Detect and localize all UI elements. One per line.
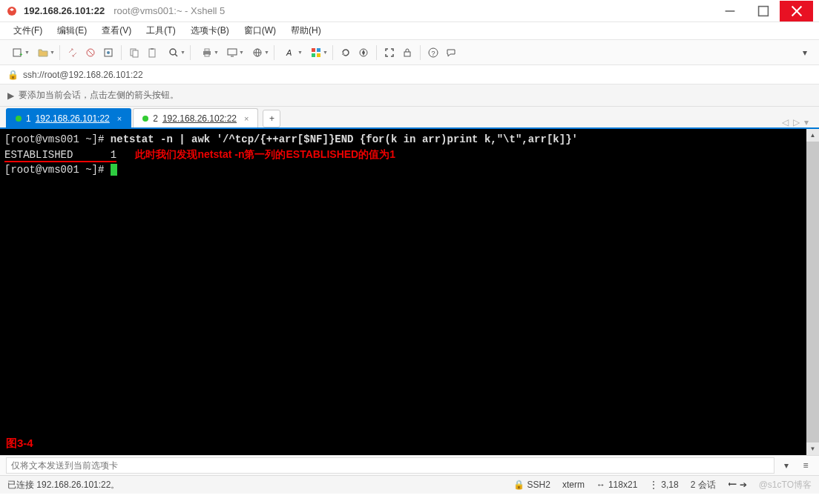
copy-button[interactable] — [126, 44, 142, 61]
terminal-area: [root@vms001 ~]# netstat -n | awk '/^tcp… — [0, 129, 819, 455]
tabbar: 1 192.168.26.101:22 × 2 192.168.26.102:2… — [0, 107, 819, 129]
globe-button[interactable]: ▼ — [246, 44, 269, 61]
status-dot-icon — [16, 116, 22, 122]
annotation-text: 此时我们发现netstat -n第一列的ESTABLISHED的值为1 — [135, 148, 395, 160]
cursor — [111, 164, 117, 176]
properties-button[interactable] — [100, 44, 116, 61]
scroll-up-icon[interactable]: ▲ — [806, 129, 819, 142]
refresh-button[interactable] — [338, 44, 354, 61]
close-button[interactable] — [780, 1, 813, 21]
svg-rect-14 — [151, 48, 154, 50]
svg-line-16 — [175, 54, 177, 56]
statusbar: 已连接 192.168.26.101:22。 🔒SSH2 xterm ↔118x… — [0, 476, 819, 494]
hint-text: 要添加当前会话，点击左侧的箭头按钮。 — [19, 89, 179, 102]
svg-point-10 — [107, 51, 110, 54]
new-session-button[interactable]: +▼ — [6, 44, 30, 61]
menu-tabs[interactable]: 选项卡(B) — [185, 23, 235, 39]
tab-next-icon[interactable]: ▷ — [793, 117, 800, 127]
menu-edit[interactable]: 编辑(E) — [51, 23, 93, 39]
tab-nav: ◁ ▷ ▾ — [782, 117, 813, 127]
status-size: ↔118x21 — [596, 480, 637, 490]
lock-icon: 🔒 — [7, 70, 19, 80]
menu-view[interactable]: 查看(V) — [96, 23, 137, 39]
tab-close-icon[interactable]: × — [244, 114, 249, 123]
menu-window[interactable]: 窗口(W) — [238, 23, 282, 39]
compose-dropdown-icon[interactable]: ▾ — [779, 458, 794, 473]
separator — [376, 45, 377, 60]
compose-menu-icon[interactable]: ≡ — [798, 458, 813, 473]
chat-button[interactable] — [443, 44, 459, 61]
print-button[interactable]: ▼ — [195, 44, 219, 61]
svg-line-8 — [88, 50, 93, 55]
minimize-button[interactable] — [713, 1, 746, 21]
svg-rect-31 — [404, 52, 410, 56]
svg-rect-28 — [312, 53, 315, 57]
status-dot-icon — [142, 116, 148, 122]
svg-rect-27 — [317, 48, 320, 52]
plus-icon: + — [269, 113, 274, 124]
svg-rect-18 — [205, 49, 209, 51]
status-connected: 已连接 192.168.26.101:22。 — [7, 479, 119, 491]
svg-rect-29 — [317, 53, 320, 57]
fullscreen-button[interactable] — [381, 44, 398, 61]
terminal[interactable]: [root@vms001 ~]# netstat -n | awk '/^tcp… — [0, 129, 806, 455]
toolbar-dropdown[interactable]: ▾ — [797, 44, 813, 61]
separator — [420, 45, 421, 60]
titlebar: 192.168.26.101:22 root@vms001:~ - Xshell… — [0, 0, 819, 22]
svg-point-15 — [170, 49, 176, 55]
status-nav: 🠔➔ — [728, 480, 747, 490]
scrollbar-thumb[interactable] — [806, 142, 819, 442]
next-icon[interactable]: ➔ — [740, 480, 747, 490]
scroll-down-icon[interactable]: ▼ — [806, 442, 819, 455]
prompt: [root@vms001 ~]# — [4, 164, 111, 176]
compass-button[interactable] — [355, 44, 372, 61]
separator — [59, 45, 60, 60]
font-button[interactable]: A▼ — [279, 44, 303, 61]
tab-menu-icon[interactable]: ▾ — [804, 117, 809, 127]
separator — [332, 45, 333, 60]
svg-rect-26 — [312, 48, 315, 52]
resize-icon: ↔ — [596, 480, 605, 490]
position-icon: ⋮ — [649, 480, 658, 490]
scrollbar-track[interactable] — [806, 142, 819, 442]
color-button[interactable]: ▼ — [304, 44, 328, 61]
status-cursor-pos: ⋮3,18 — [649, 480, 678, 490]
find-button[interactable]: ▼ — [162, 44, 185, 61]
menu-file[interactable]: 文件(F) — [7, 23, 48, 39]
prev-icon[interactable]: 🠔 — [728, 480, 737, 490]
paste-button[interactable] — [144, 44, 160, 61]
tab-add-button[interactable]: + — [263, 110, 280, 127]
lock-button[interactable] — [399, 44, 415, 61]
separator — [121, 45, 122, 60]
window-controls — [713, 1, 813, 21]
figure-label: 图3-4 — [6, 436, 33, 451]
output-line: ESTABLISHED 1 — [4, 149, 116, 162]
menu-tools[interactable]: 工具(T) — [140, 23, 181, 39]
open-button[interactable]: ▼ — [31, 44, 55, 61]
scrollbar[interactable]: ▲ ▼ — [806, 129, 819, 455]
maximize-button[interactable] — [746, 1, 780, 21]
tab-session-1[interactable]: 1 192.168.26.101:22 × — [6, 108, 131, 127]
svg-rect-2 — [758, 6, 768, 16]
address-url[interactable]: ssh://root@192.168.26.101:22 — [23, 70, 143, 80]
help-button[interactable]: ? — [425, 44, 441, 61]
disconnect-button[interactable] — [82, 44, 99, 61]
addressbar: 🔒 ssh://root@192.168.26.101:22 — [0, 65, 819, 84]
menu-help[interactable]: 帮助(H) — [285, 23, 327, 39]
hint-icon: ▶ — [7, 90, 14, 101]
reconnect-button[interactable] — [65, 44, 81, 61]
svg-rect-12 — [133, 50, 138, 57]
hintbar: ▶ 要添加当前会话，点击左侧的箭头按钮。 — [0, 84, 819, 107]
menubar: 文件(F) 编辑(E) 查看(V) 工具(T) 选项卡(B) 窗口(W) 帮助(… — [0, 22, 819, 40]
status-protocol: 🔒SSH2 — [513, 480, 550, 490]
tab-close-icon[interactable]: × — [117, 114, 122, 123]
prompt: [root@vms001 ~]# — [4, 133, 111, 145]
status-sessions: 2 会话 — [691, 479, 716, 491]
separator — [190, 45, 191, 60]
tab-prev-icon[interactable]: ◁ — [782, 117, 789, 127]
svg-text:+: + — [19, 51, 23, 58]
tab-session-2[interactable]: 2 192.168.26.102:22 × — [133, 108, 258, 127]
compose-input[interactable] — [6, 457, 774, 474]
screen-button[interactable]: ▼ — [220, 44, 244, 61]
svg-rect-13 — [149, 49, 155, 57]
